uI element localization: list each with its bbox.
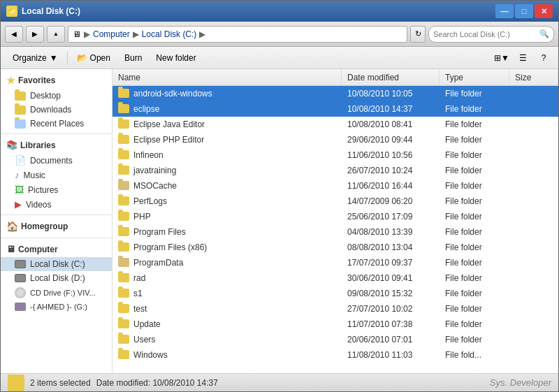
- sidebar-item-videos[interactable]: ▶ Videos: [1, 197, 112, 212]
- music-label: Music: [24, 170, 45, 180]
- desktop-folder-icon: [15, 92, 26, 101]
- view-options-button[interactable]: ⊞▼: [493, 50, 511, 66]
- sidebar-item-documents[interactable]: 📄 Documents: [1, 153, 112, 168]
- table-row[interactable]: PerfLogs 14/07/2009 06:20 File folder: [112, 194, 558, 209]
- table-row[interactable]: android-sdk-windows 10/08/2010 10:05 Fil…: [112, 86, 558, 101]
- favorites-section: ★ Favorites Desktop Downloads Recent Pla…: [1, 72, 112, 131]
- burn-button[interactable]: Burn: [118, 50, 148, 66]
- sidebar-item-ahmed-drive[interactable]: -{ AHMED }- (G:): [1, 300, 112, 313]
- computer-label: Computer: [18, 245, 58, 254]
- file-type-cell: File folder: [440, 209, 509, 224]
- table-row[interactable]: Eclipse Java Editor 10/08/2010 08:41 Fil…: [112, 117, 558, 132]
- computer-header[interactable]: 🖥 Computer: [1, 241, 112, 257]
- file-type-cell: File folder: [440, 117, 509, 131]
- file-name-cell: PerfLogs: [112, 194, 342, 208]
- favorites-label: Favorites: [18, 75, 55, 85]
- file-name: Users: [133, 335, 155, 344]
- file-type-cell: File folder: [440, 86, 509, 101]
- table-row[interactable]: Users 20/06/2010 07:01 File folder: [112, 332, 558, 347]
- table-row[interactable]: PHP 25/06/2010 17:09 File folder: [112, 209, 558, 224]
- file-type-cell: File folder: [440, 101, 509, 116]
- sidebar-item-cd-drive[interactable]: CD Drive (F:) VIV...: [1, 285, 112, 300]
- col-header-date[interactable]: Date modified: [342, 69, 440, 85]
- new-folder-button[interactable]: New folder: [150, 50, 202, 66]
- forward-button[interactable]: ▶: [26, 26, 44, 43]
- sidebar-item-local-disk-c[interactable]: Local Disk (C:): [1, 257, 112, 271]
- file-name-cell: eclipse: [112, 101, 342, 116]
- help-button[interactable]: ?: [535, 50, 553, 66]
- ahmed-drive-label: -{ AHMED }- (G:): [30, 303, 87, 311]
- file-name: Eclipse PHP Editor: [133, 135, 204, 145]
- col-header-name[interactable]: Name: [112, 69, 342, 85]
- sidebar-item-desktop[interactable]: Desktop: [1, 89, 112, 103]
- open-button[interactable]: 📂 Open: [71, 50, 117, 66]
- file-date-cell: 08/08/2010 13:04: [342, 240, 440, 254]
- computer-icon: 🖥: [6, 244, 15, 254]
- file-type-cell: File folder: [440, 163, 509, 177]
- folder-icon: [118, 196, 129, 205]
- title-bar: 📁 Local Disk (C:) — □ ✕: [1, 1, 558, 22]
- favorites-header[interactable]: ★ Favorites: [1, 72, 112, 89]
- table-row[interactable]: Program Files (x86) 08/08/2010 13:04 Fil…: [112, 240, 558, 255]
- table-row[interactable]: test 27/07/2010 10:02 File folder: [112, 301, 558, 317]
- homegroup-section: 🏠 Homegroup: [1, 218, 112, 235]
- divider-3: [1, 238, 112, 238]
- address-path[interactable]: 🖥 ▶ Computer ▶ Local Disk (C:) ▶: [68, 26, 407, 43]
- table-row[interactable]: s1 09/08/2010 15:32 File folder: [112, 286, 558, 301]
- file-type-cell: File folder: [440, 286, 509, 300]
- libraries-label: Libraries: [20, 140, 56, 150]
- file-size-cell: [509, 317, 558, 331]
- homegroup-label: Homegroup: [21, 222, 68, 231]
- file-type-cell: File folder: [440, 240, 509, 254]
- file-date-cell: 26/07/2010 10:24: [342, 163, 440, 177]
- col-header-type[interactable]: Type: [440, 69, 509, 85]
- file-name: MSOCache: [133, 181, 177, 191]
- file-date-cell: 09/08/2010 15:32: [342, 286, 440, 300]
- star-icon: ★: [6, 75, 15, 86]
- table-row[interactable]: MSOCache 11/06/2010 16:44 File folder: [112, 178, 558, 194]
- refresh-button[interactable]: ↻: [410, 26, 426, 43]
- minimize-button[interactable]: —: [495, 4, 514, 18]
- file-name-cell: Program Files: [112, 224, 342, 239]
- homegroup-header[interactable]: 🏠 Homegroup: [1, 218, 112, 235]
- desktop-label: Desktop: [30, 91, 61, 101]
- close-button[interactable]: ✕: [535, 4, 553, 18]
- file-name: PerfLogs: [133, 196, 167, 206]
- file-list: Name Date modified Type Size android-sdk…: [112, 69, 558, 373]
- folder-icon: [118, 289, 129, 298]
- sidebar-item-local-disk-d[interactable]: Local Disk (D:): [1, 271, 112, 285]
- organize-button[interactable]: Organize ▼: [6, 50, 64, 66]
- music-icon: ♪: [15, 170, 20, 180]
- back-button[interactable]: ◀: [5, 26, 23, 43]
- sidebar-item-music[interactable]: ♪ Music: [1, 168, 112, 182]
- file-name-cell: javatraining: [112, 163, 342, 177]
- table-row[interactable]: javatraining 26/07/2010 10:24 File folde…: [112, 163, 558, 178]
- sidebar-item-pictures[interactable]: 🖼 Pictures: [1, 182, 112, 197]
- file-name-cell: ProgramData: [112, 255, 342, 270]
- file-type-cell: File folder: [440, 194, 509, 208]
- path-disk[interactable]: Local Disk (C:): [142, 29, 197, 39]
- help-label: ?: [542, 53, 546, 63]
- preview-pane-button[interactable]: ☰: [514, 50, 532, 66]
- table-row[interactable]: Infineon 11/06/2010 10:56 File folder: [112, 147, 558, 163]
- maximize-button[interactable]: □: [515, 4, 533, 18]
- col-header-size[interactable]: Size: [509, 69, 558, 85]
- libraries-header[interactable]: 📚 Libraries: [1, 137, 112, 153]
- sidebar-item-downloads[interactable]: Downloads: [1, 103, 112, 117]
- search-input[interactable]: [433, 30, 537, 38]
- up-button[interactable]: ▲: [47, 26, 65, 43]
- table-row[interactable]: Windows 11/08/2010 11:03 File fold...: [112, 347, 558, 363]
- path-computer[interactable]: Computer: [93, 29, 130, 39]
- table-row[interactable]: Program Files 04/08/2010 13:39 File fold…: [112, 224, 558, 240]
- sidebar-item-recent-places[interactable]: Recent Places: [1, 117, 112, 131]
- table-row[interactable]: Update 11/07/2010 07:38 File folder: [112, 317, 558, 332]
- folder-icon: [118, 273, 129, 282]
- file-name: eclipse: [133, 104, 159, 114]
- table-row[interactable]: Eclipse PHP Editor 29/06/2010 09:44 File…: [112, 132, 558, 147]
- folder-icon: [118, 242, 129, 252]
- status-text: 2 items selected: [30, 378, 91, 388]
- table-row[interactable]: eclipse 10/08/2010 14:37 File folder: [112, 101, 558, 117]
- file-name-cell: s1: [112, 286, 342, 300]
- table-row[interactable]: rad 30/06/2010 09:41 File folder: [112, 270, 558, 286]
- table-row[interactable]: ProgramData 17/07/2010 09:37 File folder: [112, 255, 558, 270]
